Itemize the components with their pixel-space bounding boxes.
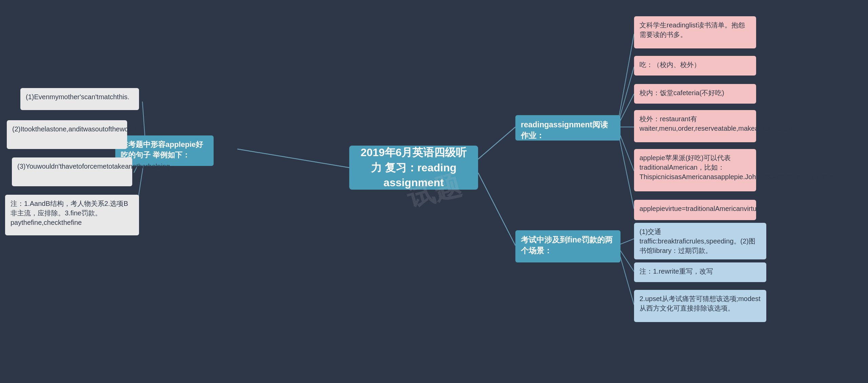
mindmap-container: 2019年6月英语四级听力 复习：reading assignment 在考题中… xyxy=(0,0,868,383)
left-node-2: (2)Itookthelastone,anditwasoutoftheworld… xyxy=(7,120,127,149)
left-node-3: (3)Youwouldn'thavetoforcemetotakeanother… xyxy=(12,157,132,186)
right-top-node-1: 文科学生readinglist读书清单。抱怨需要读的书多。 xyxy=(634,16,756,48)
svg-line-5 xyxy=(478,127,515,159)
right-top-branch-node: readingassignment阅读作业： xyxy=(515,115,620,141)
left-node-4: 注：1.AandB结构，考人物关系2.选项B非主流，应排除。3.fine罚款。p… xyxy=(5,195,139,235)
right-bottom-node-3: 2.upset从考试痛苦可猜想该选项;modest从西方文化可直接排除该选项。 xyxy=(634,290,766,322)
right-top-node-5: applepie苹果派(好吃)可以代表traditionalAmerican，比… xyxy=(634,149,756,191)
svg-line-0 xyxy=(237,149,349,168)
center-node: 2019年6月英语四级听力 复习：reading assignment xyxy=(349,146,478,190)
svg-line-6 xyxy=(617,34,634,127)
right-top-node-4: 校外：restaurant有waiter,menu,order,reservea… xyxy=(634,110,756,142)
left-node-1: (1)Evenmymother'scan'tmatchthis. xyxy=(20,88,139,110)
svg-line-12 xyxy=(478,173,515,246)
right-top-node-6: applepievirtue=traditionalAmericanvirtue xyxy=(634,200,756,220)
right-bottom-branch-node: 考试中涉及到fine罚款的两个场景： xyxy=(515,230,620,262)
right-bottom-node-1: (1)交通traffic:breaktraficrules,speeding。(… xyxy=(634,223,766,259)
right-top-node-2: 吃：（校内、校外） xyxy=(634,56,756,76)
right-bottom-node-2: 注：1.rewrite重写，改写 xyxy=(634,262,766,282)
right-top-node-3: 校内：饭堂cafeteria(不好吃) xyxy=(634,84,756,104)
